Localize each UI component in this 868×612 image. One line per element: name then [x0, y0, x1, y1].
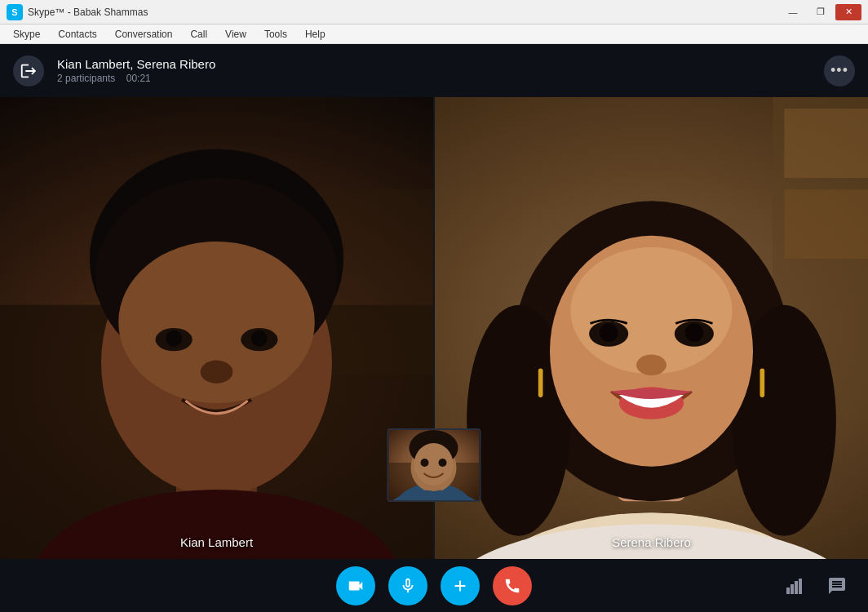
video-panel-2: Serena Ribero — [435, 97, 868, 559]
menu-contacts[interactable]: Contacts — [50, 27, 104, 42]
call-duration: 00:21 — [126, 73, 151, 84]
menu-call[interactable]: Call — [182, 27, 215, 42]
minimize-button[interactable]: — — [780, 4, 806, 20]
menu-help[interactable]: Help — [297, 27, 334, 42]
serena-video-svg — [435, 97, 868, 559]
add-participant-button[interactable] — [441, 566, 480, 605]
svg-point-31 — [685, 323, 704, 342]
menu-skype[interactable]: Skype — [5, 27, 48, 42]
call-area: Kian Lambert, Serena Ribero 2 participan… — [0, 44, 868, 612]
mic-icon — [399, 577, 417, 595]
leave-icon — [20, 62, 38, 80]
titlebar-controls: — ❐ ✕ — [780, 4, 861, 20]
participants-count: 2 participants — [57, 73, 115, 84]
skype-logo: S — [7, 4, 23, 20]
svg-point-12 — [251, 330, 268, 347]
svg-point-43 — [414, 443, 454, 486]
video-grid: Kian Lambert — [0, 97, 868, 559]
self-view-svg — [389, 430, 480, 500]
kian-video-svg — [0, 97, 433, 559]
svg-rect-46 — [786, 588, 790, 594]
call-topbar: Kian Lambert, Serena Ribero 2 participan… — [0, 44, 868, 97]
svg-rect-47 — [790, 584, 794, 594]
call-controls — [0, 559, 868, 612]
svg-rect-34 — [538, 369, 543, 397]
svg-rect-48 — [795, 581, 798, 594]
restore-button[interactable]: ❐ — [808, 4, 834, 20]
video-panel-1: Kian Lambert — [0, 97, 433, 559]
svg-rect-18 — [784, 109, 868, 178]
video-icon — [347, 577, 365, 595]
more-options-button[interactable]: ••• — [824, 55, 855, 86]
svg-point-11 — [166, 330, 182, 347]
svg-rect-35 — [760, 369, 765, 397]
titlebar: S Skype™ - Babak Shammas — ❐ ✕ — [0, 0, 868, 24]
leave-call-button[interactable] — [13, 55, 44, 86]
video-toggle-button[interactable] — [336, 566, 375, 605]
controls-right — [782, 571, 852, 601]
svg-rect-19 — [784, 189, 868, 259]
self-view-thumbnail[interactable] — [388, 428, 481, 502]
menu-view[interactable]: View — [217, 27, 255, 42]
menu-conversation[interactable]: Conversation — [107, 27, 181, 42]
call-meta: 2 participants 00:21 — [57, 73, 824, 84]
signal-strength-icon — [782, 571, 811, 601]
menu-tools[interactable]: Tools — [256, 27, 295, 42]
video-label-serena: Serena Ribero — [612, 535, 691, 549]
call-info: Kian Lambert, Serena Ribero 2 participan… — [57, 57, 824, 84]
svg-point-44 — [421, 459, 429, 467]
end-call-icon — [503, 577, 521, 595]
end-call-button[interactable] — [493, 566, 532, 605]
video-feed-kian — [0, 97, 433, 559]
menubar: Skype Contacts Conversation Call View To… — [0, 24, 868, 44]
svg-point-45 — [439, 459, 447, 467]
titlebar-title: Skype™ - Babak Shammas — [28, 7, 148, 18]
mic-toggle-button[interactable] — [388, 566, 427, 605]
close-button[interactable]: ✕ — [835, 4, 861, 20]
video-feed-serena — [435, 97, 868, 559]
video-label-kian: Kian Lambert — [180, 535, 253, 549]
svg-rect-49 — [799, 579, 802, 594]
svg-point-30 — [600, 323, 618, 342]
svg-point-32 — [636, 355, 666, 375]
call-participants-name: Kian Lambert, Serena Ribero — [57, 57, 824, 71]
chat-icon[interactable] — [822, 571, 852, 601]
titlebar-left: S Skype™ - Babak Shammas — [7, 4, 148, 20]
svg-point-13 — [201, 361, 233, 384]
add-icon — [451, 577, 469, 595]
self-view-container — [388, 428, 481, 502]
